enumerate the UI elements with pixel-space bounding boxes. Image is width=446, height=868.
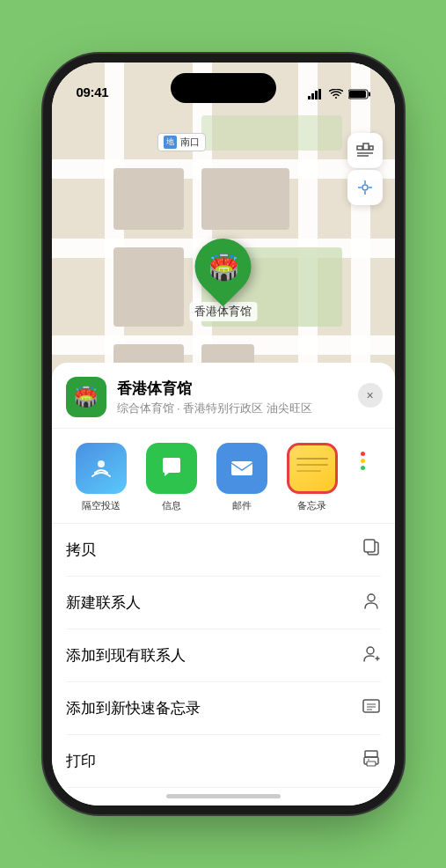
dynamic-island <box>171 73 276 103</box>
new-contact-label: 新建联系人 <box>66 592 141 613</box>
location-button[interactable] <box>347 170 383 205</box>
airdrop-svg <box>88 455 114 482</box>
map-type-icon <box>356 142 374 159</box>
share-notes[interactable]: 备忘录 <box>277 443 347 512</box>
svg-rect-18 <box>231 461 252 475</box>
quick-note-icon <box>362 696 381 720</box>
location-icon <box>357 180 373 195</box>
copy-action[interactable]: 拷贝 <box>66 524 381 577</box>
notes-icon <box>287 443 338 494</box>
map-label-badge: 地 <box>164 136 177 149</box>
quick-note-action[interactable]: 添加到新快速备忘录 <box>66 682 381 735</box>
print-label: 打印 <box>66 751 96 771</box>
copy-icon <box>362 538 381 562</box>
add-contact-svg <box>362 644 381 663</box>
mail-icon <box>216 443 267 494</box>
print-icon <box>362 749 381 773</box>
print-svg <box>362 749 381 769</box>
action-list: 拷贝 新建联系人 添加到现有联系人 <box>52 524 395 788</box>
copy-svg <box>362 538 381 557</box>
share-row: 隔空投送 信息 邮件 <box>52 429 395 524</box>
pin-circle: 🏟️ <box>183 227 263 307</box>
quick-note-svg <box>362 696 381 716</box>
battery-icon <box>348 89 370 99</box>
messages-icon <box>146 443 197 494</box>
svg-rect-6 <box>369 92 370 97</box>
wifi-icon <box>329 89 343 99</box>
phone-frame: 09:41 <box>52 63 395 805</box>
status-icons <box>308 89 370 99</box>
map-label-text: 南口 <box>180 136 200 149</box>
more-dots-indicator <box>361 452 365 470</box>
svg-point-21 <box>368 594 375 601</box>
add-existing-action[interactable]: 添加到现有联系人 <box>66 629 381 682</box>
bottom-sheet: 🏟️ 香港体育馆 综合体育馆 · 香港特别行政区 油尖旺区 × 隔空投送 <box>52 363 395 805</box>
add-existing-icon <box>362 644 381 667</box>
messages-label: 信息 <box>162 499 181 512</box>
svg-rect-32 <box>367 761 376 766</box>
airdrop-icon <box>76 443 127 494</box>
svg-rect-3 <box>318 89 321 99</box>
mail-label: 邮件 <box>232 499 252 512</box>
share-mail[interactable]: 邮件 <box>207 443 277 512</box>
svg-rect-7 <box>357 146 362 150</box>
share-airdrop[interactable]: 隔空投送 <box>66 443 136 512</box>
share-messages[interactable]: 信息 <box>136 443 207 512</box>
svg-rect-1 <box>311 93 314 99</box>
add-existing-label: 添加到现有联系人 <box>66 645 186 666</box>
signal-icon <box>308 89 324 99</box>
location-subtitle: 综合体育馆 · 香港特别行政区 油尖旺区 <box>117 401 381 416</box>
svg-point-22 <box>367 647 374 654</box>
svg-rect-8 <box>363 143 369 150</box>
notes-label: 备忘录 <box>297 499 326 512</box>
svg-rect-0 <box>308 96 311 99</box>
location-header: 🏟️ 香港体育馆 综合体育馆 · 香港特别行政区 油尖旺区 × <box>52 363 395 429</box>
stadium-emoji: 🏟️ <box>208 253 238 282</box>
location-info: 香港体育馆 综合体育馆 · 香港特别行政区 油尖旺区 <box>117 379 381 416</box>
status-time: 09:41 <box>77 85 109 99</box>
svg-rect-5 <box>349 91 366 98</box>
print-action[interactable]: 打印 <box>66 735 381 788</box>
new-contact-svg <box>362 591 381 610</box>
map-controls <box>347 133 383 205</box>
svg-rect-20 <box>364 540 375 552</box>
svg-rect-30 <box>365 751 377 757</box>
copy-label: 拷贝 <box>66 540 96 560</box>
map-label: 地 南口 <box>157 133 206 151</box>
svg-point-12 <box>362 185 368 190</box>
share-more-wrapper <box>347 443 379 512</box>
home-indicator <box>166 794 281 798</box>
stadium-pin[interactable]: 🏟️ 香港体育馆 <box>189 239 257 321</box>
svg-rect-9 <box>369 146 373 150</box>
new-contact-action[interactable]: 新建联系人 <box>66 577 381 629</box>
new-contact-icon <box>362 591 381 614</box>
location-venue-icon: 🏟️ <box>66 377 106 417</box>
mail-svg <box>229 455 255 482</box>
messages-svg <box>158 455 185 482</box>
svg-rect-26 <box>363 700 379 712</box>
close-button[interactable]: × <box>358 383 383 408</box>
airdrop-label: 隔空投送 <box>82 499 121 512</box>
location-name: 香港体育馆 <box>117 379 381 399</box>
quick-note-label: 添加到新快速备忘录 <box>66 698 201 718</box>
svg-rect-2 <box>315 91 318 99</box>
svg-point-17 <box>98 460 105 467</box>
map-type-button[interactable] <box>347 133 383 168</box>
